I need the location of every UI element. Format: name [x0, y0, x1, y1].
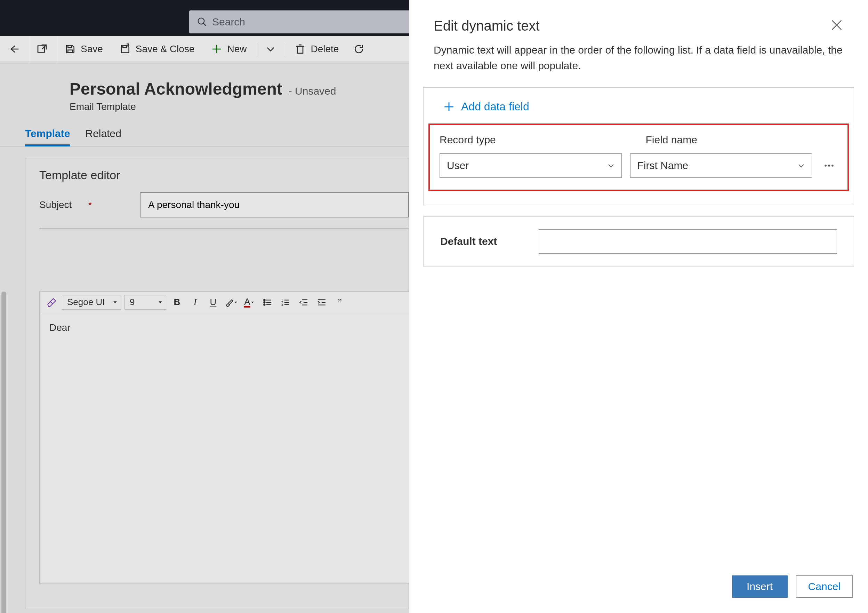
- page-status: - Unsaved: [288, 85, 336, 97]
- rte-blockquote-button[interactable]: ”: [332, 295, 347, 310]
- insert-button[interactable]: Insert: [732, 576, 788, 598]
- subject-label: Subject *: [39, 199, 133, 211]
- add-data-field-button[interactable]: Add data field: [423, 100, 854, 124]
- caret-down-icon: [234, 300, 238, 304]
- rte-italic-button[interactable]: I: [188, 295, 202, 310]
- row-more-button[interactable]: [820, 160, 838, 172]
- arrow-left-icon: [8, 43, 20, 54]
- new-button[interactable]: New: [203, 36, 255, 62]
- open-window-icon: [37, 43, 48, 54]
- svg-point-17: [264, 299, 265, 301]
- new-dropdown-button[interactable]: [259, 36, 282, 62]
- svg-marker-13: [113, 301, 116, 303]
- svg-marker-15: [235, 302, 237, 303]
- svg-rect-6: [68, 50, 72, 53]
- svg-marker-14: [158, 301, 162, 303]
- template-editor-title: Template editor: [39, 168, 409, 182]
- field-name-label: Field name: [646, 134, 838, 146]
- page-subtitle: Email Template: [70, 101, 388, 112]
- separator: [257, 42, 257, 56]
- default-text-input[interactable]: [539, 229, 837, 254]
- refresh-button[interactable]: [347, 36, 371, 62]
- svg-point-0: [198, 18, 205, 24]
- svg-line-1: [203, 23, 206, 26]
- rte-body[interactable]: Dear: [40, 313, 409, 342]
- rte-font-color-button[interactable]: A: [242, 295, 257, 310]
- svg-point-18: [264, 301, 265, 303]
- panel-title: Edit dynamic text: [434, 18, 540, 34]
- subject-label-text: Subject: [39, 199, 71, 210]
- outdent-icon: [299, 298, 308, 307]
- delete-label: Delete: [310, 43, 339, 54]
- panel-description: Dynamic text will appear in the order of…: [409, 42, 868, 87]
- svg-rect-3: [38, 46, 45, 52]
- save-label: Save: [81, 43, 103, 54]
- svg-rect-10: [297, 46, 303, 53]
- record-type-select[interactable]: User: [440, 154, 622, 178]
- template-editor-card: Template editor Subject * Segoe UI: [25, 157, 409, 609]
- rte-font-family-value: Segoe UI: [67, 297, 105, 307]
- edit-dynamic-text-panel: Edit dynamic text Dynamic text will appe…: [409, 0, 868, 613]
- separator: [284, 42, 284, 56]
- close-icon: [830, 18, 844, 32]
- rte-underline-button[interactable]: U: [206, 295, 220, 310]
- open-new-window-button[interactable]: [28, 36, 56, 62]
- required-star-icon: *: [88, 200, 91, 210]
- page-content: Personal Acknowledgment - Unsaved Email …: [0, 62, 409, 613]
- default-text-group: Default text: [423, 216, 854, 267]
- tab-related[interactable]: Related: [85, 128, 121, 146]
- svg-point-39: [825, 165, 827, 167]
- plus-icon: [211, 43, 222, 54]
- data-field-row-highlight: Record type Field name User First Name: [428, 124, 849, 191]
- rte-indent-button[interactable]: [315, 295, 329, 310]
- chevron-down-icon: [797, 161, 805, 170]
- svg-rect-5: [68, 45, 71, 48]
- field-name-value: First Name: [637, 160, 688, 172]
- rte-font-size-select[interactable]: 9: [124, 295, 166, 310]
- rte-bullet-list-button[interactable]: [260, 295, 275, 310]
- rte-toolbar: Segoe UI 9 B I U A: [40, 292, 409, 313]
- delete-button[interactable]: Delete: [286, 36, 347, 62]
- svg-rect-7: [123, 45, 127, 48]
- plus-icon: [443, 101, 455, 113]
- number-list-icon: 123: [281, 298, 290, 307]
- caret-down-icon: [112, 300, 118, 305]
- rte-font-size-value: 9: [130, 297, 135, 307]
- divider: [39, 228, 409, 228]
- chevron-down-icon: [607, 161, 615, 170]
- chevron-down-icon: [265, 43, 276, 54]
- indent-icon: [317, 298, 326, 307]
- tab-template[interactable]: Template: [25, 128, 70, 146]
- cancel-button[interactable]: Cancel: [796, 576, 853, 598]
- page-header: Personal Acknowledgment - Unsaved Email …: [0, 62, 409, 119]
- back-button[interactable]: [0, 36, 28, 62]
- save-button[interactable]: Save: [56, 36, 111, 62]
- rte-clear-format-button[interactable]: [44, 295, 59, 310]
- caret-down-icon: [158, 300, 163, 305]
- scrollbar-thumb[interactable]: [2, 292, 6, 613]
- subject-row: Subject *: [39, 192, 409, 217]
- field-name-select[interactable]: First Name: [630, 154, 812, 178]
- save-close-icon: [119, 43, 131, 54]
- rte-outdent-button[interactable]: [296, 295, 311, 310]
- data-field-row: User First Name: [440, 154, 838, 178]
- refresh-icon: [353, 43, 364, 54]
- search-icon: [197, 17, 207, 27]
- add-data-field-label: Add data field: [461, 100, 529, 113]
- trash-icon: [294, 43, 306, 54]
- rte-bold-button[interactable]: B: [170, 295, 184, 310]
- svg-text:3: 3: [281, 303, 283, 306]
- panel-close-button[interactable]: [830, 18, 844, 32]
- rte-highlight-button[interactable]: [224, 295, 239, 310]
- rte-number-list-button[interactable]: 123: [278, 295, 293, 310]
- save-close-label: Save & Close: [136, 43, 195, 54]
- bullet-list-icon: [263, 298, 272, 307]
- record-type-label: Record type: [440, 134, 632, 146]
- panel-footer: Insert Cancel: [409, 565, 868, 613]
- page-title: Personal Acknowledgment: [70, 79, 282, 98]
- subject-input[interactable]: [140, 192, 409, 217]
- save-close-button[interactable]: Save & Close: [111, 36, 203, 62]
- rte-font-family-select[interactable]: Segoe UI: [62, 295, 121, 310]
- save-icon: [65, 43, 76, 54]
- caret-down-icon: [250, 300, 254, 304]
